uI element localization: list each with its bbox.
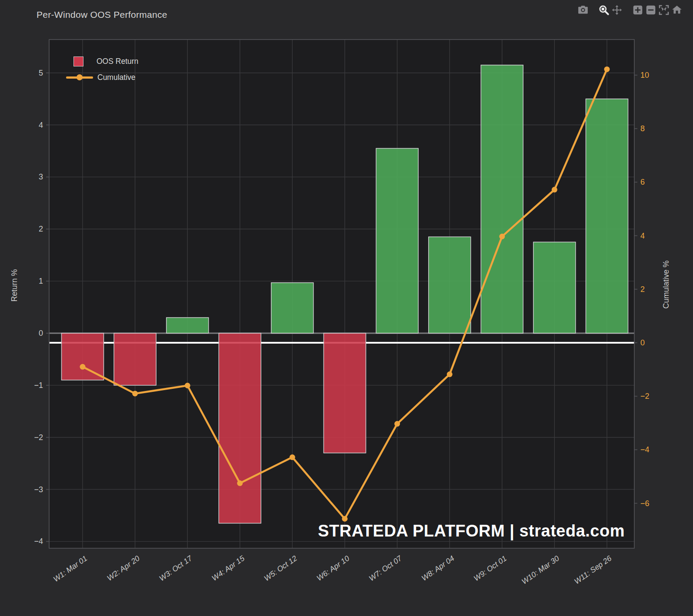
cumulative-point-w4[interactable] [237,480,243,486]
x-axis-tick-label: W11: Sep 26 [573,554,613,586]
bar-w7[interactable] [376,149,418,333]
right-axis-title: Cumulative % [662,260,671,308]
cumulative-point-w9[interactable] [499,234,505,239]
right-axis-tick-label: −6 [640,499,650,508]
cumulative-point-w2[interactable] [132,391,138,396]
bar-w8[interactable] [429,237,471,333]
left-axis-tick-label: −1 [34,381,43,390]
cumulative-point-w3[interactable] [185,383,190,388]
x-axis-tick-label: W10: Mar 30 [520,554,561,586]
left-axis-tick-label: −2 [34,433,43,442]
bar-w11[interactable] [586,99,628,333]
bar-w5[interactable] [271,283,313,333]
x-axis-tick-label: W6: Apr 10 [315,554,351,583]
right-axis-tick-label: 0 [640,338,645,347]
right-axis-tick-label: 10 [640,71,649,79]
right-axis-tick-label: 2 [640,285,645,294]
legend-item-label: Cumulative [97,73,136,82]
x-axis-tick-label: W9: Oct 01 [472,554,508,583]
bar-w1[interactable] [62,333,104,380]
bar-w4[interactable] [219,333,261,523]
left-axis-tick-label: 0 [39,329,43,338]
bar-w6[interactable] [324,333,366,453]
x-axis-tick-label: W2: Apr 20 [105,554,141,583]
line-swatch-icon [66,74,93,80]
left-axis-tick-label: 5 [39,69,43,77]
cumulative-point-w7[interactable] [394,421,400,427]
cumulative-point-w8[interactable] [447,371,453,377]
right-axis-tick-label: −4 [640,445,650,454]
cumulative-point-w5[interactable] [290,454,295,460]
left-axis-tick-label: 4 [39,121,43,129]
cumulative-point-w1[interactable] [80,364,86,370]
x-axis-tick-label: W4: Apr 15 [210,554,246,583]
bar-w2[interactable] [114,333,156,385]
legend-item-label: OOS Return [97,57,138,66]
left-axis-tick-label: 3 [39,172,43,181]
legend-item-oos-return[interactable]: OOS Return [66,56,138,67]
right-axis-tick-label: 8 [640,124,645,133]
bar-swatch-icon [73,56,83,66]
x-axis-tick-label: W7: Oct 07 [367,553,404,583]
cumulative-point-w10[interactable] [552,187,557,192]
left-axis-tick-label: −3 [34,485,43,494]
bar-w9[interactable] [481,65,523,333]
x-axis-tick-label: W3: Oct 17 [157,553,194,583]
left-axis-tick-label: 2 [39,225,43,233]
watermark: STRATEDA PLATFORM | strateda.com [318,522,625,540]
right-axis-tick-label: 4 [640,232,645,240]
cumulative-point-w11[interactable] [604,66,610,72]
left-axis-tick-label: 1 [39,277,43,285]
bar-w3[interactable] [167,318,209,333]
bar-w10[interactable] [533,242,576,333]
right-axis-tick-label: 6 [640,178,645,186]
cumulative-point-w6[interactable] [342,516,348,522]
right-axis-tick-label: −2 [640,392,650,401]
legend-item-cumulative[interactable]: Cumulative [66,72,138,83]
left-axis-tick-label: −4 [34,537,43,546]
left-axis-title: Return % [10,269,19,301]
legend: OOS Return Cumulative [66,56,138,88]
x-axis-tick-label: W5: Oct 12 [263,554,299,583]
x-axis-tick-label: W1: Mar 01 [52,554,89,583]
x-axis-tick-label: W8: Apr 04 [420,554,456,583]
